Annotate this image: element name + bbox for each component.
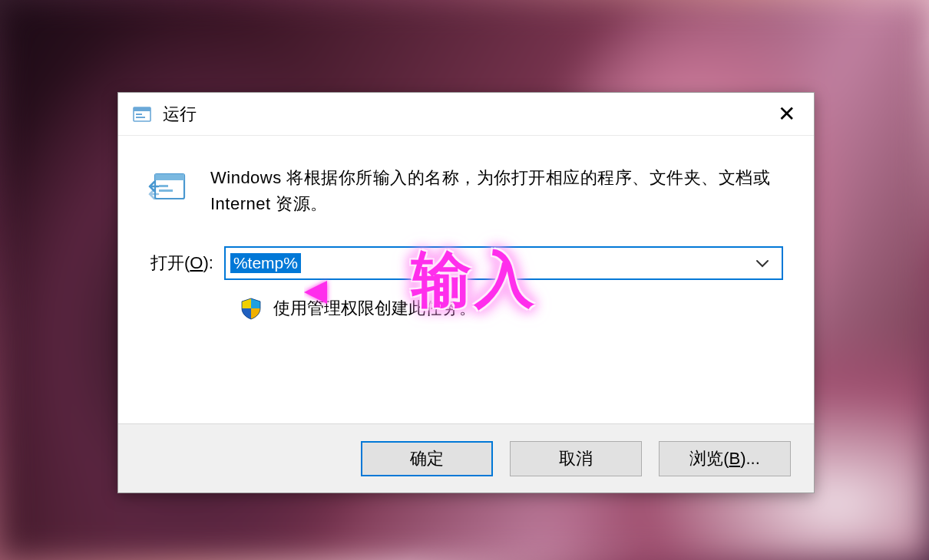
svg-rect-7 bbox=[159, 189, 173, 192]
svg-rect-5 bbox=[155, 174, 184, 180]
svg-rect-6 bbox=[159, 185, 168, 187]
run-program-icon bbox=[147, 168, 189, 209]
close-button[interactable]: ✕ bbox=[769, 99, 803, 130]
description-row: Windows 将根据你所输入的名称，为你打开相应的程序、文件夹、文档或 Int… bbox=[147, 165, 783, 217]
chevron-down-icon[interactable] bbox=[755, 253, 769, 273]
ok-button[interactable]: 确定 bbox=[361, 441, 493, 476]
admin-note-row: 使用管理权限创建此任务。 bbox=[240, 297, 783, 320]
titlebar[interactable]: 运行 ✕ bbox=[118, 93, 814, 136]
run-title-icon bbox=[132, 104, 152, 124]
browse-button[interactable]: 浏览(B)... bbox=[659, 441, 791, 476]
open-label: 打开(O): bbox=[150, 252, 213, 275]
dialog-description: Windows 将根据你所输入的名称，为你打开相应的程序、文件夹、文档或 Int… bbox=[210, 165, 783, 217]
button-bar: 确定 取消 浏览(B)... bbox=[118, 423, 814, 492]
svg-rect-1 bbox=[134, 107, 150, 111]
dialog-title: 运行 bbox=[163, 103, 769, 126]
run-dialog: 运行 ✕ Windows 将根据你所输入的名称，为你打开相应的程序、文件夹、文档… bbox=[117, 92, 815, 493]
dialog-content: Windows 将根据你所输入的名称，为你打开相应的程序、文件夹、文档或 Int… bbox=[118, 136, 814, 320]
admin-note-text: 使用管理权限创建此任务。 bbox=[273, 297, 476, 320]
input-row: 打开(O): %temp% bbox=[150, 246, 783, 280]
cancel-button[interactable]: 取消 bbox=[510, 441, 642, 476]
uac-shield-icon bbox=[240, 297, 263, 320]
svg-rect-3 bbox=[136, 117, 145, 118]
svg-rect-2 bbox=[136, 114, 142, 115]
open-combobox[interactable]: %temp% bbox=[224, 246, 783, 280]
open-input-value[interactable]: %temp% bbox=[230, 253, 301, 273]
